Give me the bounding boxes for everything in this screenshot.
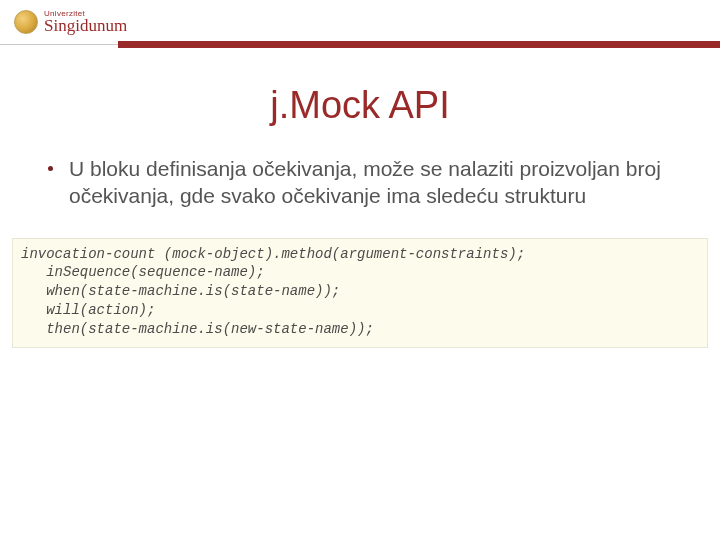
logo-text: Univerzitet Singidunum <box>44 10 127 34</box>
bullet-text: U bloku definisanja očekivanja, može se … <box>69 155 682 210</box>
logo: Univerzitet Singidunum <box>14 10 127 34</box>
bullet-dot-icon <box>48 166 53 171</box>
header-divider <box>0 44 720 45</box>
slide-title: j.Mock API <box>0 84 720 127</box>
bullet-item: U bloku definisanja očekivanja, može se … <box>38 155 682 210</box>
slide-body: U bloku definisanja očekivanja, može se … <box>38 155 682 210</box>
code-line: invocation-count (mock-object).method(ar… <box>21 246 525 262</box>
slide-header: Univerzitet Singidunum <box>0 0 720 56</box>
code-line: inSequence(sequence-name); <box>21 264 265 280</box>
code-block: invocation-count (mock-object).method(ar… <box>12 238 708 348</box>
logo-title: Singidunum <box>44 17 127 34</box>
code-line: then(state-machine.is(new-state-name)); <box>21 321 374 337</box>
logo-emblem-icon <box>14 10 38 34</box>
code-line: will(action); <box>21 302 155 318</box>
divider-thick <box>118 41 720 48</box>
code-line: when(state-machine.is(state-name)); <box>21 283 340 299</box>
